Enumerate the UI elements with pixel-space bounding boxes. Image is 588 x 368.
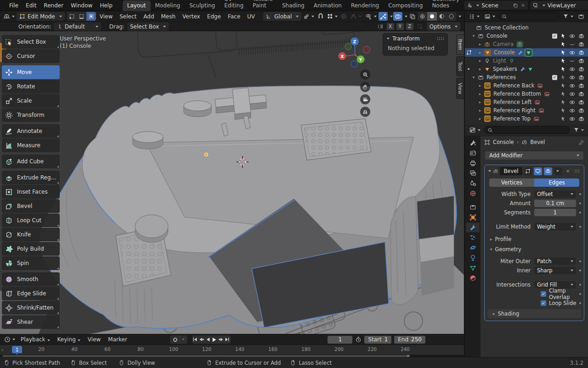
play-reverse-button[interactable] — [205, 335, 211, 344]
modifier-extras-button[interactable] — [554, 167, 562, 175]
hide-icon[interactable] — [569, 91, 575, 97]
menu-face[interactable]: Face — [225, 12, 243, 21]
render-visibility-icon[interactable] — [578, 83, 584, 89]
edge-select-button[interactable] — [77, 12, 86, 21]
outliner-display-mode-button[interactable] — [483, 12, 497, 21]
navigation-gizmo[interactable]: Z X Y — [333, 28, 375, 73]
show-object-types-button[interactable] — [364, 12, 378, 21]
affect-edges-button[interactable]: Edges — [534, 178, 579, 187]
auto-keying-button[interactable] — [170, 335, 187, 344]
disclosure-icon[interactable]: ▾ — [471, 34, 476, 38]
viewlayer-selector[interactable]: ViewLayer — [530, 1, 588, 10]
xray-toggle-button[interactable] — [408, 12, 417, 21]
chevron-down-icon[interactable] — [458, 16, 461, 17]
hide-icon[interactable] — [569, 50, 575, 56]
vertex-select-button[interactable] — [67, 12, 77, 21]
menu-edge[interactable]: Edge — [204, 12, 224, 21]
outliner-row-scene-collection[interactable]: Scene Collection — [465, 23, 588, 32]
tool-measure[interactable]: Measure — [2, 138, 60, 152]
animate-dot[interactable] — [579, 202, 581, 204]
hide-icon[interactable] — [569, 75, 575, 80]
selectable-icon[interactable] — [560, 66, 566, 72]
pan-button[interactable] — [360, 82, 370, 92]
tool-poly-build[interactable]: Poly Build — [2, 242, 60, 256]
tool-rotate[interactable]: Rotate — [2, 80, 60, 93]
realtime-display-toggle[interactable] — [534, 167, 542, 175]
disclosure-icon[interactable]: ▸ — [478, 100, 482, 104]
disclosure-icon[interactable]: ▸ — [478, 67, 482, 71]
modifier-name-field[interactable]: Bevel — [500, 167, 522, 175]
snap-toggle-button[interactable] — [316, 12, 325, 21]
tool-knife[interactable]: Knife — [2, 228, 60, 242]
pin-icon[interactable] — [578, 139, 584, 145]
tab-compositing[interactable]: Compositing — [384, 0, 427, 11]
tab-uv-editing[interactable]: UV Editing — [220, 0, 248, 11]
add-modifier-dropdown[interactable]: Add Modifier — [485, 151, 584, 160]
outliner-row-light[interactable]: ▸ Light — [465, 57, 588, 65]
hidden-icon[interactable] — [569, 41, 575, 47]
timeline-ruler[interactable]: 20 40 60 80 100 120 140 160 180 200 220 … — [0, 345, 464, 355]
mode-dropdown[interactable]: Edit Mode — [17, 12, 65, 21]
tool-edge-slide[interactable]: Edge Slide — [2, 287, 60, 300]
menu-mesh[interactable]: Mesh — [158, 12, 179, 21]
disclosure-icon[interactable]: ▸ — [478, 42, 482, 46]
tab-geometry-nodes[interactable]: Geometry Nodes — [427, 0, 464, 11]
shading-section-header[interactable]: ▸ Shading — [487, 309, 581, 318]
tool-select-box[interactable]: Select Box — [2, 35, 60, 49]
disclosure-icon[interactable]: ▸ — [478, 92, 482, 96]
outliner-editor-type-button[interactable] — [467, 12, 481, 21]
tab-texture-paint[interactable]: Texture Paint — [248, 0, 277, 11]
disclosure-icon[interactable]: ▸ — [478, 58, 482, 63]
disclosure-icon[interactable]: ▸ — [478, 83, 482, 88]
tab-collection[interactable] — [466, 202, 480, 212]
collection-checkbox[interactable] — [552, 34, 557, 39]
delete-modifier-icon[interactable] — [565, 168, 571, 174]
disclosure-icon[interactable]: ▾ — [471, 75, 476, 80]
orientation-dropdown[interactable]: Default — [54, 22, 101, 31]
outliner-row-camera[interactable]: ▸ Camera — [465, 40, 588, 48]
tab-output[interactable] — [466, 158, 480, 168]
outliner-row-reference-left[interactable]: ▸ Reference Left — [465, 98, 588, 106]
play-button[interactable] — [211, 335, 218, 344]
chevron-down-icon[interactable] — [390, 16, 393, 17]
face-select-button[interactable] — [86, 12, 96, 21]
tab-layout[interactable]: Layout — [123, 0, 151, 11]
end-frame-field[interactable]: End250 — [394, 336, 425, 344]
tool-annotate[interactable]: Annotate — [2, 124, 60, 138]
tool-move[interactable]: Move — [2, 65, 60, 79]
geometry-section-header[interactable]: ▾ Geometry — [485, 245, 584, 254]
menu-help[interactable]: Help — [96, 0, 116, 11]
start-frame-field[interactable]: Start1 — [364, 336, 391, 344]
selectable-icon[interactable] — [560, 50, 566, 55]
outliner-row-speakers[interactable]: ▸ Speakers — [465, 65, 588, 73]
camera-view-button[interactable] — [360, 94, 370, 104]
properties-filter-button[interactable] — [572, 126, 585, 134]
tab-scene[interactable] — [466, 178, 480, 188]
disclosure-icon[interactable]: ▸ — [478, 116, 482, 121]
perspective-toggle-button[interactable] — [360, 107, 370, 117]
overlays-toggle-button[interactable] — [393, 12, 402, 21]
jump-to-start-button[interactable] — [192, 335, 198, 344]
jump-prev-keyframe-button[interactable] — [198, 335, 205, 344]
tab-rendering[interactable]: Rendering — [346, 0, 384, 11]
selectable-icon[interactable] — [560, 108, 566, 113]
profile-section-header[interactable]: ▸ Profile — [485, 235, 584, 244]
snap-settings-button[interactable] — [326, 12, 339, 21]
render-visibility-icon[interactable] — [578, 75, 584, 80]
tool-bevel[interactable]: Bevel — [2, 199, 60, 213]
solid-shading-button[interactable] — [427, 12, 437, 21]
timeline-editor-type-button[interactable] — [3, 335, 17, 344]
tab-sculpting[interactable]: Sculpting — [185, 0, 220, 11]
tab-animation[interactable]: Animation — [309, 0, 346, 11]
tool-spin[interactable]: Spin — [2, 256, 60, 270]
transform-panel-header[interactable]: Transform — [383, 34, 447, 44]
hide-icon[interactable] — [569, 108, 575, 114]
playhead[interactable]: 1 — [12, 346, 22, 353]
render-visibility-icon[interactable] — [578, 33, 584, 39]
new-scene-icon[interactable] — [513, 3, 518, 8]
tab-constraints[interactable] — [466, 253, 480, 263]
properties-editor-type-button[interactable] — [468, 126, 482, 134]
outliner-row-reference-back[interactable]: ▸ Reference Back — [465, 81, 588, 90]
menu-view[interactable]: View — [96, 12, 116, 21]
menu-edit[interactable]: Edit — [22, 0, 40, 11]
